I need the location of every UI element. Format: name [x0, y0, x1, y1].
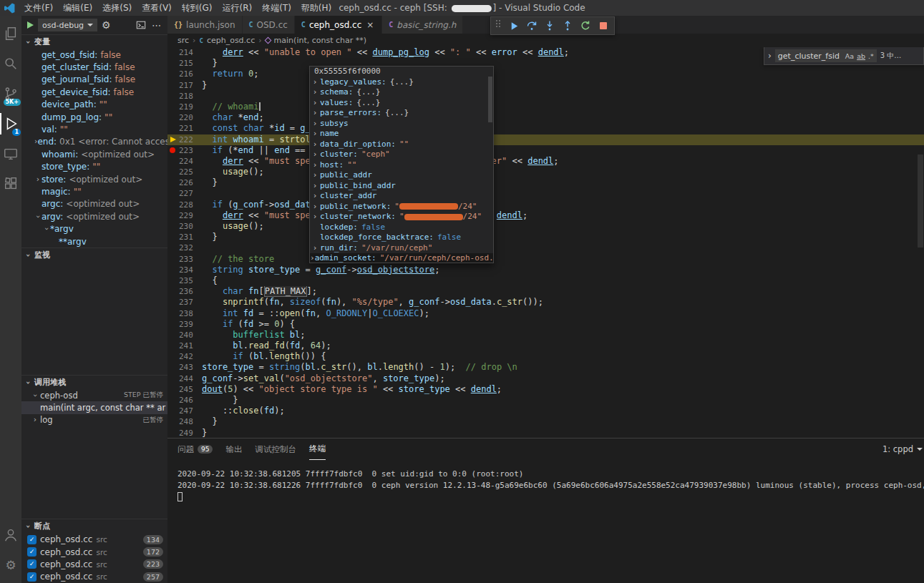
code-line-233[interactable]: 233 // the store [167, 254, 924, 265]
breadcrumb-src[interactable]: src [177, 36, 189, 45]
code-line-237[interactable]: 237 snprintf(fn, sizeof(fn), "%s/type", … [167, 297, 924, 308]
explorer-icon[interactable] [0, 19, 21, 49]
variable-row-dump_pg_log[interactable]: dump_pg_log:"" [21, 111, 167, 123]
variable-row-val[interactable]: val:"" [21, 123, 167, 135]
code-line-217[interactable]: 217} [167, 80, 924, 91]
popup-variable-values[interactable]: ›values:{...} [310, 98, 493, 109]
close-icon[interactable]: × [365, 20, 375, 30]
popup-variable-public_bind_addr[interactable]: ›public_bind_addr [310, 181, 493, 192]
breakpoint-checkbox[interactable]: ✓ [27, 572, 37, 582]
editor-scrollbar[interactable] [918, 155, 923, 248]
breakpoint-row-0[interactable]: ✓ceph_osd.ccsrc134 [21, 533, 167, 545]
variable-row-get_device_fsid[interactable]: get_device_fsid:false [21, 86, 167, 98]
account-icon[interactable] [0, 520, 21, 550]
variable-row-argc[interactable]: argc:<optimized out> [21, 198, 167, 210]
variable-row-magic[interactable]: magic:"" [21, 185, 167, 197]
popup-variable-host[interactable]: ›host:"" [310, 160, 493, 171]
code-line-244[interactable]: 244g_conf->set_val("osd_objectstore", st… [167, 373, 924, 384]
callstack-frame-main[interactable]: main(int argc, const char ** ar [21, 401, 167, 413]
find-input[interactable]: get_cluster_fsid Aa ab .* [775, 49, 877, 62]
code-line-231[interactable]: 231 } [167, 232, 924, 242]
callstack-section-header[interactable]: › 调用堆栈 [21, 375, 167, 389]
find-toggle-chevron[interactable]: › [768, 51, 772, 61]
regex-icon[interactable]: .* [868, 52, 874, 60]
menu-item-0[interactable]: 文件(F) [19, 2, 58, 14]
code-line-235[interactable]: 235 { [167, 275, 924, 286]
code-line-240[interactable]: 240 bufferlist bl; [167, 330, 924, 341]
code-line-234[interactable]: 234 string store_type = g_conf->osd_obje… [167, 265, 924, 275]
tab-launch.json[interactable]: {}launch.json [167, 16, 243, 34]
breakpoint-row-1[interactable]: ✓ceph_osd.ccsrc172 [21, 546, 167, 558]
popup-variable-schema[interactable]: ›schema:{...} [310, 87, 493, 98]
popup-variable-cluster[interactable]: ›cluster:"ceph" [310, 150, 493, 160]
code-line-220[interactable]: 220 char *end; [167, 112, 924, 123]
popup-variable-public_addr[interactable]: ›public_addr [310, 170, 493, 181]
code-line-230[interactable]: 230 usage(); [167, 221, 924, 232]
code-line-243[interactable]: 243store_type = string(bl.c_str(), bl.le… [167, 362, 924, 373]
panel-tab-3[interactable]: 终端 [309, 439, 326, 460]
whole-word-icon[interactable]: ab [857, 52, 865, 60]
step-out-button[interactable] [559, 18, 576, 34]
popup-variable-parse_errors[interactable]: ›parse_errors:{...} [310, 108, 493, 119]
watch-section-header[interactable]: › 监视 [21, 248, 167, 262]
variables-section-header[interactable]: › 变量 [21, 34, 167, 49]
code-line-226[interactable]: 226 } [167, 177, 924, 188]
popup-variable-legacy_values[interactable]: ›legacy_values:{...} [310, 77, 493, 88]
breakpoint-icon[interactable] [170, 147, 175, 153]
code-line-224[interactable]: 224 derr << "must specify '-i #' where #… [167, 156, 924, 167]
panel-tab-0[interactable]: 问题95 [177, 439, 213, 460]
menu-item-2[interactable]: 选择(S) [97, 2, 137, 14]
code-line-232[interactable]: 232 [167, 242, 924, 253]
panel-tab-1[interactable]: 输出 [225, 439, 242, 460]
panel-tab-2[interactable]: 调试控制台 [255, 439, 296, 460]
menu-item-7[interactable]: 帮助(H) [296, 2, 336, 14]
popup-variable-run_dir[interactable]: ›run_dir:"/var/run/ceph" [310, 243, 493, 254]
popup-variable-lockdep_force_backtrace[interactable]: lockdep_force_backtrace:false [310, 232, 493, 243]
code-line-249[interactable]: 249} [167, 428, 924, 438]
variable-row-pargv[interactable]: ›*argv [21, 222, 167, 235]
variable-row-get_osd_fsid[interactable]: get_osd_fsid:false [21, 49, 167, 61]
variable-row-device_path[interactable]: device_path:"" [21, 99, 167, 111]
tab-ceph_osd.cc[interactable]: Cceph_osd.cc× [295, 16, 382, 34]
match-case-icon[interactable]: Aa [845, 52, 854, 60]
variable-row-store_type[interactable]: store_type:"" [21, 161, 167, 173]
code-line-228[interactable]: 228 if (g_conf->osd_data.empty()) { [167, 200, 924, 210]
menu-item-5[interactable]: 运行(R) [217, 2, 257, 14]
terminal-output[interactable]: 2020-09-22 10:32:38.681205 7ffff7fdbfc0 … [167, 460, 924, 502]
variable-row-ppargv[interactable]: **argv [21, 235, 167, 248]
terminal-picker[interactable]: 1: cppd [882, 439, 924, 460]
settings-gear-icon[interactable]: ⚙ [0, 550, 21, 580]
step-over-button[interactable] [523, 18, 540, 34]
code-line-239[interactable]: 239 if (fd >= 0) { [167, 319, 924, 330]
popup-scrollbar[interactable] [488, 77, 492, 122]
search-icon[interactable] [0, 49, 21, 79]
menu-item-4[interactable]: 转到(G) [177, 2, 218, 14]
breakpoint-checkbox[interactable]: ✓ [27, 547, 37, 557]
breakpoint-row-2[interactable]: ✓ceph_osd.ccsrc223 [21, 558, 167, 570]
variable-row-get_journal_fsid[interactable]: get_journal_fsid:false [21, 74, 167, 86]
code-line-219[interactable]: 219 // whoami [167, 102, 924, 112]
breadcrumb-symbol[interactable]: main(int, const char **) [274, 36, 366, 45]
code-line-245[interactable]: 245dout(5) << "object store type is " <<… [167, 384, 924, 395]
restart-button[interactable] [577, 18, 594, 34]
breadcrumb[interactable]: src › C ceph_osd.cc › main(int, const ch… [167, 34, 924, 47]
stop-button[interactable] [595, 18, 612, 34]
remote-explorer-icon[interactable] [0, 139, 21, 169]
code-line-216[interactable]: 216 return 0; [167, 69, 924, 79]
popup-variable-cluster_network[interactable]: ›cluster_network:"/24" [310, 212, 493, 222]
extensions-icon[interactable] [0, 169, 21, 199]
variable-row-get_cluster_fsid[interactable]: get_cluster_fsid:false [21, 61, 167, 73]
code-line-246[interactable]: 246 } [167, 395, 924, 406]
menu-item-6[interactable]: 终端(T) [257, 2, 296, 14]
code-editor[interactable]: 214 derr << "unable to open " << dump_pg… [167, 47, 924, 438]
toolbar-drag-handle[interactable] [496, 20, 502, 31]
popup-variable-name[interactable]: ›name [310, 129, 493, 139]
debug-gear-icon[interactable]: ⚙ [102, 19, 111, 31]
callstack-thread-row[interactable]: › ceph-osd STEP 已暂停 [21, 389, 167, 401]
code-line-225[interactable]: 225 usage(); [167, 167, 924, 177]
code-line-236[interactable]: 236 char fn[PATH_MAX]; [167, 286, 924, 297]
popup-variable-cluster_addr[interactable]: ›cluster_addr [310, 191, 493, 202]
breakpoint-row-3[interactable]: ✓ceph_osd.ccsrc257 [21, 571, 167, 583]
variable-row-whoami[interactable]: whoami:<optimized out> [21, 148, 167, 160]
variable-row-end[interactable]: ›end:0x1 <error: Cannot acces [21, 136, 167, 148]
